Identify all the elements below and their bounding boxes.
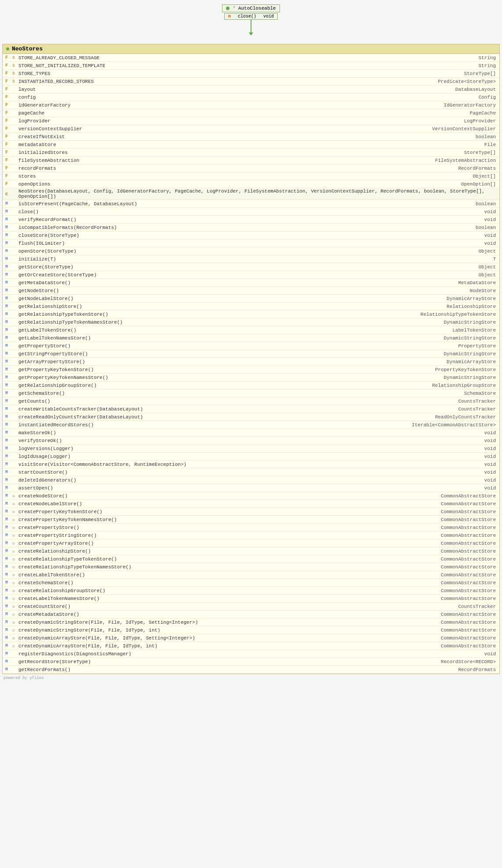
field-row[interactable]: FinitializedStoresStoreType[] <box>3 149 499 157</box>
method-row[interactable]: McreateReadOnlyCountsTracker(DatabaseLay… <box>3 413 499 421</box>
method-row[interactable]: MgetCounts()CountsTracker <box>3 397 499 405</box>
field-row[interactable]: FfileSystemAbstractionFileSystemAbstract… <box>3 157 499 164</box>
field-row[interactable]: FrecordFormatsRecordFormats <box>3 164 499 172</box>
method-row[interactable]: MisStorePresent(PageCache, DatabaseLayou… <box>3 200 499 208</box>
method-type: CountsTracker <box>458 399 496 404</box>
method-row[interactable]: MgetSchemaStore()SchemaStore <box>3 389 499 397</box>
method-row[interactable]: MgetNodeLabelStore()DynamicArrayStore <box>3 295 499 303</box>
method-row[interactable]: M◇createPropertyArrayStore()CommonAbstra… <box>3 539 499 547</box>
method-name: getLabelTokenNamesStore() <box>18 336 440 341</box>
method-name: instantiatedRecordStores() <box>18 422 409 428</box>
field-row[interactable]: FidGeneratorFactoryIdGeneratorFactory <box>3 101 499 109</box>
method-row[interactable]: MgetLabelTokenNamesStore()DynamicStringS… <box>3 334 499 342</box>
field-type: String <box>478 55 496 61</box>
method-row[interactable]: M◇createMetadataStore()CommonAbstractSto… <box>3 611 499 618</box>
method-row[interactable]: McloseStore(StoreType)void <box>3 232 499 239</box>
field-row[interactable]: FsINSTANTIATED_RECORD_STORESPredicate<St… <box>3 78 499 86</box>
method-row[interactable]: MgetLabelTokenStore()LabelTokenStore <box>3 326 499 334</box>
method-type: void <box>484 470 496 475</box>
field-row[interactable]: FlogProviderLogProvider <box>3 117 499 125</box>
field-access: s <box>12 63 18 68</box>
method-row[interactable]: MregisterDiagnostics(DiagnosticsManager)… <box>3 650 499 658</box>
method-row[interactable]: MgetRecordStore(StoreType)RecordStore<RE… <box>3 658 499 666</box>
method-row[interactable]: MgetPropertyKeyTokenStore()PropertyKeyTo… <box>3 366 499 374</box>
method-row[interactable]: MisCompatibleFormats(RecordFormats)boole… <box>3 224 499 232</box>
method-row[interactable]: M◇createLabelTokenNamesStore()CommonAbst… <box>3 595 499 603</box>
field-row[interactable]: FconfigConfig <box>3 93 499 101</box>
method-row[interactable]: M◇createSchemaStore()CommonAbstractStore <box>3 579 499 587</box>
method-icon: M <box>5 328 12 332</box>
field-row[interactable]: FsSTORE_NOT_INITIALIZED_TEMPLATEString <box>3 62 499 70</box>
method-row[interactable]: Minitialize(T)T <box>3 255 499 263</box>
method-access: ◇ <box>12 493 18 499</box>
method-row[interactable]: MstartCountStore()void <box>3 468 499 476</box>
method-row[interactable]: M◇createRelationshipStore()CommonAbstrac… <box>3 547 499 555</box>
method-row[interactable]: M◇createNodeLabelStore()CommonAbstractSt… <box>3 500 499 508</box>
method-row[interactable]: MgetRelationshipGroupStore()Relationship… <box>3 382 499 389</box>
method-row[interactable]: M◇createNodeStore()CommonAbstractStore <box>3 492 499 500</box>
method-type: CommonAbstractStore <box>441 620 496 625</box>
method-row[interactable]: MdeleteIdGenerators()void <box>3 476 499 484</box>
method-type: SchemaStore <box>464 391 496 396</box>
method-row[interactable]: MlogVersions(Logger)void <box>3 445 499 453</box>
method-row[interactable]: M◇createDynamicArrayStore(File, File, Id… <box>3 634 499 642</box>
method-row[interactable]: MgetMetaDataStore()MetaDataStore <box>3 279 499 287</box>
method-row[interactable]: MassertOpen()void <box>3 484 499 492</box>
method-row[interactable]: M◇createPropertyKeyTokenNamesStore()Comm… <box>3 516 499 524</box>
method-row[interactable]: M◇createPropertyKeyTokenStore()CommonAbs… <box>3 508 499 516</box>
method-row[interactable]: MgetArrayPropertyStore()DynamicArrayStor… <box>3 358 499 366</box>
method-row[interactable]: M◇createCountStore()CountsTracker <box>3 603 499 611</box>
method-row[interactable]: M◇createRelationshipTypeTokenNamesStore(… <box>3 563 499 571</box>
method-row[interactable]: Mclose()void <box>3 208 499 216</box>
method-type: CommonAbstractStore <box>441 596 496 601</box>
field-row[interactable]: FversionContextSupplierVersionContextSup… <box>3 125 499 133</box>
method-row[interactable]: M◇createPropertyStore()CommonAbstractSto… <box>3 524 499 532</box>
method-row[interactable]: MgetRelationshipStore()RelationshipStore <box>3 303 499 311</box>
method-row[interactable]: M◇createDynamicArrayStore(File, File, Id… <box>3 642 499 650</box>
method-name: createPropertyStore() <box>18 525 437 530</box>
field-row[interactable]: FsSTORE_ALREADY_CLOSED_MESSAGEString <box>3 54 499 62</box>
constructor-name[interactable]: NeoStores(DatabaseLayout, Config, IdGene… <box>18 189 496 199</box>
method-row[interactable]: MgetRecordFormats()RecordFormats <box>3 666 499 674</box>
method-icon: M <box>5 636 12 640</box>
method-type: RelationshipGroupStore <box>432 383 496 388</box>
field-row[interactable]: FopenOptionsOpenOption[] <box>3 180 499 188</box>
method-row[interactable]: MgetOrCreateStore(StoreType)Object <box>3 271 499 279</box>
method-name: getStore(StoreType) <box>18 264 475 270</box>
method-row[interactable]: MmakeStoreOk()void <box>3 429 499 437</box>
method-row[interactable]: MgetStringPropertyStore()DynamicStringSt… <box>3 350 499 358</box>
method-row[interactable]: MinstantiatedRecordStores()Iterable<Comm… <box>3 421 499 429</box>
field-row[interactable]: FcreateIfNotExistboolean <box>3 133 499 141</box>
field-access: s <box>12 79 18 84</box>
field-row[interactable]: FmetadataStoreFile <box>3 141 499 149</box>
field-row[interactable]: FpageCachePageCache <box>3 109 499 117</box>
method-row[interactable]: MverifyRecordFormat()void <box>3 216 499 224</box>
field-icon: F <box>5 55 12 60</box>
method-row[interactable]: MvisitStore(Visitor<CommonAbstractStore,… <box>3 461 499 468</box>
method-row[interactable]: MgetRelationshipTypeTokenNamesStore()Dyn… <box>3 318 499 326</box>
method-row[interactable]: M◇createRelationshipTypeTokenStore()Comm… <box>3 555 499 563</box>
method-row[interactable]: MgetRelationshipTypeTokenStore()Relation… <box>3 311 499 318</box>
method-row[interactable]: MgetPropertyKeyTokenNamesStore()DynamicS… <box>3 374 499 382</box>
method-row[interactable]: M◇createLabelTokenStore()CommonAbstractS… <box>3 571 499 579</box>
field-row[interactable]: FlayoutDatabaseLayout <box>3 86 499 93</box>
method-name: getCounts() <box>18 399 455 404</box>
method-icon: M <box>5 407 12 411</box>
method-row[interactable]: Mflush(IOLimiter)void <box>3 239 499 247</box>
method-row[interactable]: M◇createPropertyStringStore()CommonAbstr… <box>3 532 499 539</box>
auto-closeable-label: AutoCloseable <box>238 6 276 11</box>
method-row[interactable]: MgetNodeStore()NodeStore <box>3 287 499 295</box>
method-row[interactable]: MverifyStoreOk()void <box>3 437 499 445</box>
method-icon: M <box>5 564 12 569</box>
method-row[interactable]: McreateWritableCountsTracker(DatabaseLay… <box>3 405 499 413</box>
method-row[interactable]: MgetStore(StoreType)Object <box>3 263 499 271</box>
method-row[interactable]: MlogIdUsage(Logger)void <box>3 453 499 461</box>
method-row[interactable]: MopenStore(StoreType)Object <box>3 247 499 255</box>
method-access: ◇ <box>12 628 18 633</box>
method-row[interactable]: MgetPropertyStore()PropertyStore <box>3 342 499 350</box>
field-row[interactable]: FsSTORE_TYPESStoreType[] <box>3 70 499 78</box>
method-row[interactable]: M◇createDynamicStringStore(File, File, I… <box>3 626 499 634</box>
method-row[interactable]: M◇createDynamicStringStore(File, File, I… <box>3 618 499 626</box>
method-row[interactable]: M◇createRelationshipGroupStore()CommonAb… <box>3 587 499 595</box>
field-row[interactable]: FstoresObject[] <box>3 172 499 180</box>
